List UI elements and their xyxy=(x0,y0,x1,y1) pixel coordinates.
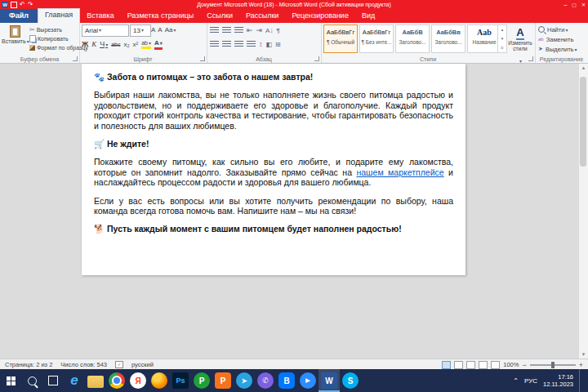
align-left-icon[interactable] xyxy=(210,41,219,48)
explorer-icon[interactable] xyxy=(87,376,104,388)
start-button[interactable] xyxy=(0,369,21,392)
bullets-icon[interactable] xyxy=(210,27,219,34)
align-center-icon[interactable] xyxy=(222,41,231,48)
language-indicator[interactable]: русский xyxy=(131,361,154,368)
style-no-spacing[interactable]: АаБбВвГг ¶ Без инте... xyxy=(359,24,394,53)
tab-references[interactable]: Ссылки xyxy=(200,9,239,23)
increase-indent-icon[interactable]: ⇥ xyxy=(256,26,263,34)
shading-icon[interactable]: ◧ xyxy=(266,41,273,48)
line-spacing-icon[interactable]: ↕ xyxy=(259,40,263,48)
doc-paragraph-support[interactable]: Если у вас есть вопросы или вы хотите по… xyxy=(94,196,453,216)
view-draft-button[interactable] xyxy=(491,361,500,369)
subscript-button[interactable]: x₂ xyxy=(123,41,129,48)
taskbar-clock[interactable]: 17:16 12.11.2023 xyxy=(543,373,573,388)
document-page[interactable]: 🐾 Забота о питомцах – это забота о нашем… xyxy=(82,64,466,275)
numbering-icon[interactable] xyxy=(222,27,231,34)
pilcrow-button[interactable]: ¶ xyxy=(276,27,279,34)
align-right-icon[interactable] xyxy=(234,41,243,48)
select-button[interactable]: ➤ Выделить xyxy=(535,44,577,54)
edge-icon[interactable]: e xyxy=(66,372,82,389)
decrease-indent-icon[interactable]: ⇤ xyxy=(247,26,253,34)
change-case-button[interactable]: Аа xyxy=(165,26,176,33)
clipboard-dialog-launcher-icon[interactable] xyxy=(73,56,78,61)
zoom-in-button[interactable]: + xyxy=(579,361,583,369)
spellcheck-icon[interactable]: ✓ xyxy=(115,361,123,368)
scrollbar-thumb[interactable] xyxy=(580,77,586,167)
tray-chevron-icon[interactable]: ⌃ xyxy=(513,377,519,385)
shrink-font-button[interactable]: А xyxy=(158,26,162,33)
underline-button[interactable]: Ч xyxy=(100,40,108,48)
page-indicator[interactable]: Страница: 2 из 2 xyxy=(5,361,52,368)
doc-paragraph-quality[interactable]: Выбирая наши лакомства, вы не только нап… xyxy=(94,90,453,131)
show-desktop-button[interactable] xyxy=(579,369,583,392)
font-dialog-launcher-icon[interactable] xyxy=(200,56,205,61)
save-icon[interactable] xyxy=(11,2,17,8)
view-web-layout-button[interactable] xyxy=(466,361,475,369)
keyboard-language[interactable]: РУС xyxy=(524,377,537,385)
view-outline-button[interactable] xyxy=(479,361,488,369)
firefox-icon[interactable] xyxy=(151,372,167,389)
paragraph-dialog-launcher-icon[interactable] xyxy=(314,56,319,61)
highlight-color-button[interactable]: ab xyxy=(141,40,151,49)
undo-icon[interactable]: ↶ xyxy=(20,0,25,9)
font-size-select[interactable]: 13 xyxy=(130,24,151,37)
viber-icon[interactable]: ✆ xyxy=(257,372,274,389)
zoom-app-icon[interactable]: ▶ xyxy=(300,372,316,389)
vertical-scrollbar[interactable]: ▲ ▼ xyxy=(578,64,588,359)
tab-review[interactable]: Рецензирование xyxy=(285,9,355,23)
multilevel-list-icon[interactable] xyxy=(234,27,243,34)
tab-mailings[interactable]: Рассылки xyxy=(239,9,285,23)
vk-icon[interactable]: B xyxy=(278,372,295,389)
yandex-browser-icon[interactable]: Я xyxy=(130,372,146,389)
task-view-button[interactable] xyxy=(42,369,64,392)
zoom-level[interactable]: 100% xyxy=(503,361,519,368)
word-app-icon[interactable]: W xyxy=(321,372,337,389)
doc-heading-cta[interactable]: 🛒 Не ждите! xyxy=(94,139,453,149)
font-color-button[interactable]: А xyxy=(154,39,163,50)
taskbar-search-button[interactable] xyxy=(21,369,42,392)
bold-button[interactable]: Ж xyxy=(82,40,88,48)
tab-insert[interactable]: Вставка xyxy=(80,9,120,23)
replace-button[interactable]: ab Заменить xyxy=(535,34,577,44)
justify-icon[interactable] xyxy=(247,41,256,48)
view-fullscreen-button[interactable] xyxy=(454,361,463,369)
tab-page-layout[interactable]: Разметка страницы xyxy=(121,9,201,23)
grow-font-button[interactable]: А xyxy=(151,26,155,33)
word-taskbar-slot[interactable]: W xyxy=(318,369,340,392)
orange-p-app-icon[interactable]: P xyxy=(215,372,231,389)
tab-view[interactable]: Вид xyxy=(355,9,381,23)
zoom-slider[interactable] xyxy=(530,364,576,366)
zoom-out-button[interactable]: − xyxy=(522,361,526,369)
doc-heading-final[interactable]: 🐕 Пусть каждый момент с вашим питомцем б… xyxy=(94,224,453,234)
telegram-icon[interactable]: ➤ xyxy=(236,372,252,389)
scroll-up-icon[interactable]: ▲ xyxy=(579,65,588,70)
superscript-button[interactable]: x² xyxy=(133,41,139,48)
sort-button[interactable]: А↓ xyxy=(265,27,273,34)
styles-dialog-launcher-icon[interactable] xyxy=(528,56,533,61)
scroll-down-icon[interactable]: ▼ xyxy=(579,352,588,357)
view-print-layout-button[interactable] xyxy=(442,361,451,369)
style-heading2[interactable]: АаБбВв Заголово... xyxy=(431,24,466,53)
paste-button[interactable]: Вставить xyxy=(2,24,28,52)
style-heading1[interactable]: АаБбВ Заголово... xyxy=(395,24,430,53)
borders-icon[interactable]: ⊞ xyxy=(275,41,281,48)
photoshop-icon[interactable]: Ps xyxy=(172,372,189,389)
marketplace-link[interactable]: нашем маркетплейсе xyxy=(356,167,443,177)
chrome-icon[interactable] xyxy=(109,372,125,389)
find-button[interactable]: Найти xyxy=(535,24,577,34)
zoom-slider-thumb[interactable] xyxy=(551,362,555,368)
redo-icon[interactable]: ↷ xyxy=(28,0,33,9)
skype-icon[interactable]: S xyxy=(342,372,359,389)
tab-home[interactable]: Главная xyxy=(38,8,80,23)
word-count[interactable]: Число слов: 543 xyxy=(60,361,107,368)
style-title[interactable]: Aab Название xyxy=(467,24,501,53)
doc-paragraph-cta[interactable]: Покажите своему питомцу, как сильно вы е… xyxy=(94,157,453,187)
italic-button[interactable]: К xyxy=(91,40,96,48)
style-normal[interactable]: АаБбВвГг ¶ Обычный xyxy=(323,24,358,53)
tab-file[interactable]: Файл xyxy=(0,9,38,23)
green-p-app-icon[interactable]: P xyxy=(194,372,210,389)
font-name-select[interactable]: Arial xyxy=(82,24,129,37)
strikethrough-button[interactable]: abc xyxy=(111,42,120,47)
styles-gallery-scroll[interactable]: ▴▾≡ xyxy=(497,24,507,53)
doc-heading-intro[interactable]: 🐾 Забота о питомцах – это забота о нашем… xyxy=(94,72,453,82)
